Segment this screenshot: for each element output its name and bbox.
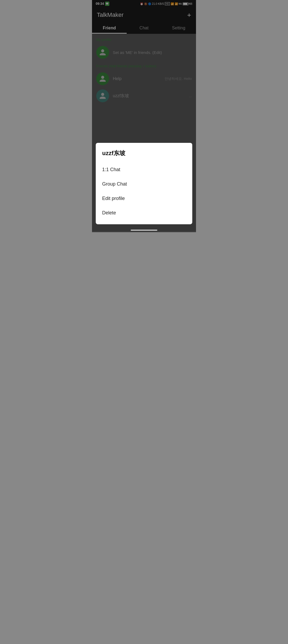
menu-item-group-chat[interactable]: Group Chat (102, 177, 186, 191)
home-indicator (131, 230, 157, 231)
dialog-username: uzzf东坡 (102, 149, 186, 157)
menu-item-1on1-chat[interactable]: 1:1 Chat (102, 163, 186, 177)
context-menu-dialog: uzzf东坡 1:1 Chat Group Chat Edit profile … (96, 143, 192, 224)
menu-item-delete[interactable]: Delete (102, 206, 186, 220)
menu-item-edit-profile[interactable]: Edit profile (102, 191, 186, 206)
